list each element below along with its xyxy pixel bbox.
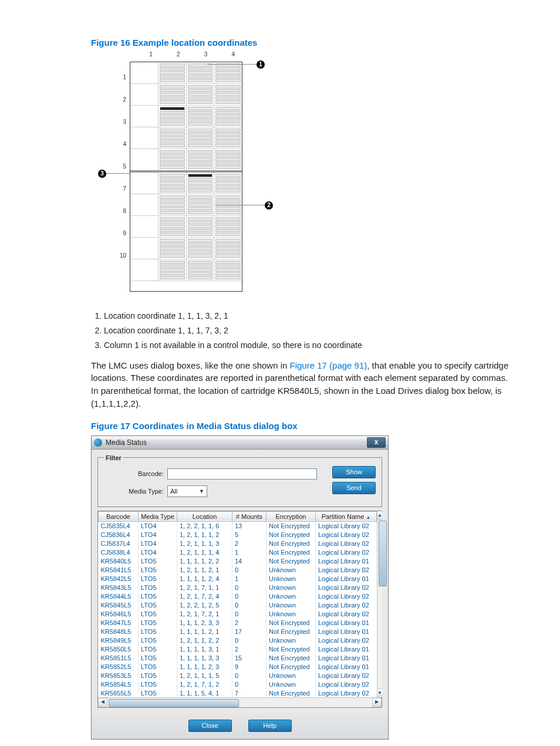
table-cell: 1, 2, 1, 7, 1, 2 — [177, 680, 232, 688]
col-mounts[interactable]: # Mounts — [232, 511, 266, 521]
col-barcode[interactable]: Barcode — [99, 511, 139, 521]
col-location[interactable]: Location — [177, 511, 232, 521]
table-cell: CJ5838L4 — [99, 548, 139, 556]
app-icon — [94, 438, 102, 447]
table-cell: 1, 1, 1, 1, 2, 1 — [177, 627, 232, 636]
table-cell: Logical Library 01 — [316, 662, 377, 671]
table-cell: LTO4 — [139, 548, 177, 556]
media-table: Barcode Media Type Location # Mounts Enc… — [97, 511, 382, 708]
table-cell: LTO4 — [139, 521, 177, 530]
table-row[interactable]: CJ5836L4LTO41, 2, 1, 1, 1, 25Not Encrypt… — [99, 530, 377, 539]
scroll-thumb[interactable] — [109, 699, 239, 707]
table-cell: Logical Library 01 — [316, 556, 377, 565]
close-icon[interactable]: x — [367, 437, 386, 448]
close-button[interactable]: Close — [188, 720, 232, 732]
send-button[interactable]: Send — [332, 482, 376, 494]
table-cell: 1, 2, 2, 1, 2, 5 — [177, 600, 232, 609]
table-cell: KR5855L5 — [99, 688, 139, 697]
dialog-title: Media Status — [106, 438, 147, 447]
barcode-label: Barcode: — [104, 470, 167, 477]
table-cell: 0 — [232, 583, 266, 592]
table-row[interactable]: KR5852L5LTO51, 1, 1, 1, 2, 39Not Encrypt… — [99, 662, 377, 671]
table-cell: CJ5835L4 — [99, 521, 139, 530]
scroll-down-icon[interactable]: ▼ — [377, 688, 382, 697]
table-cell: KR5846L5 — [99, 609, 139, 618]
mediatype-label: Media Type: — [104, 488, 167, 495]
table-cell: 7 — [232, 688, 266, 697]
table-cell: Logical Library 02 — [316, 530, 377, 539]
col-partition[interactable]: Partition Name ▲ — [316, 511, 377, 521]
table-cell: CJ5836L4 — [99, 530, 139, 539]
col-mediatype[interactable]: Media Type — [139, 511, 177, 521]
table-cell: LTO5 — [139, 592, 177, 600]
row-label: 7 — [118, 178, 126, 200]
table-row[interactable]: KR5845L5LTO51, 2, 2, 1, 2, 50UnknownLogi… — [99, 600, 377, 609]
filter-group: Filter Barcode: Media Type: All ▼ — [97, 454, 382, 507]
table-cell: 1, 1, 1, 1, 2, 2 — [177, 556, 232, 565]
table-row[interactable]: KR5840L5LTO51, 1, 1, 1, 2, 214Not Encryp… — [99, 556, 377, 565]
table-row[interactable]: KR5848L5LTO51, 1, 1, 1, 2, 117Not Encryp… — [99, 627, 377, 636]
scroll-right-icon[interactable]: ▶ — [372, 698, 382, 707]
table-cell: 1, 1, 1, 2, 3, 3 — [177, 618, 232, 627]
table-row[interactable]: KR5851L5LTO51, 1, 1, 1, 3, 315Not Encryp… — [99, 653, 377, 662]
body-text: The LMC uses dialog boxes, like the one … — [91, 360, 290, 370]
figure16-notes: Location coordinate 1, 1, 1, 3, 2, 1 Loc… — [91, 310, 513, 351]
barcode-input[interactable] — [167, 468, 317, 480]
table-cell: Logical Library 02 — [316, 609, 377, 618]
table-cell: Unknown — [266, 671, 316, 680]
scroll-left-icon[interactable]: ◀ — [98, 698, 107, 707]
figure16-caption: Figure 16 Example location coordinates — [91, 38, 513, 48]
table-cell: Logical Library 01 — [316, 644, 377, 653]
table-cell: 1, 2, 1, 1, 2, 1 — [177, 565, 232, 574]
table-row[interactable]: KR5853L5LTO51, 2, 1, 1, 1, 50UnknownLogi… — [99, 671, 377, 680]
table-row[interactable]: KR5843L5LTO51, 2, 1, 7, 1, 10UnknownLogi… — [99, 583, 377, 592]
table-cell: 1, 2, 2, 1, 1, 6 — [177, 521, 232, 530]
filter-legend: Filter — [104, 454, 123, 461]
table-row[interactable]: KR5842L5LTO51, 1, 1, 1, 2, 41UnknownLogi… — [99, 574, 377, 583]
row-label: 10 — [118, 245, 126, 267]
table-cell: 1, 2, 1, 7, 1, 1 — [177, 583, 232, 592]
callout-2: 2 — [265, 201, 273, 210]
row-label: 9 — [118, 222, 126, 245]
scroll-up-icon[interactable]: ▲ — [377, 511, 382, 520]
table-row[interactable]: KR5846L5LTO51, 2, 1, 7, 2, 10UnknownLogi… — [99, 609, 377, 618]
table-row[interactable]: KR5850L5LTO51, 1, 1, 1, 3, 12Not Encrypt… — [99, 644, 377, 653]
leader-line — [207, 64, 257, 65]
table-row[interactable]: KR5844L5LTO51, 2, 1, 7, 2, 40UnknownLogi… — [99, 592, 377, 600]
show-button[interactable]: Show — [332, 466, 376, 478]
table-cell: 1, 2, 1, 1, 1, 4 — [177, 548, 232, 556]
help-button[interactable]: Help — [248, 720, 292, 732]
table-row[interactable]: KR5854L5LTO51, 2, 1, 7, 1, 20UnknownLogi… — [99, 680, 377, 688]
table-cell: Logical Library 02 — [316, 565, 377, 574]
mediatype-select[interactable]: All ▼ — [167, 485, 207, 497]
table-row[interactable]: CJ5837L4LTO41, 2, 1, 1, 1, 32Not Encrypt… — [99, 539, 377, 548]
table-cell: Unknown — [266, 609, 316, 618]
vertical-scrollbar[interactable]: ▲ ▼ — [377, 511, 382, 698]
scroll-thumb[interactable] — [379, 521, 387, 586]
table-row[interactable]: CJ5838L4LTO41, 2, 1, 1, 1, 41Not Encrypt… — [99, 548, 377, 556]
col-encryption[interactable]: Encryption — [266, 511, 316, 521]
table-row[interactable]: KR5855L5LTO51, 1, 1, 5, 4, 17Not Encrypt… — [99, 688, 377, 697]
table-cell: KR5843L5 — [99, 583, 139, 592]
table-cell: 1 — [232, 574, 266, 583]
table-row[interactable]: CJ5835L4LTO41, 2, 2, 1, 1, 613Not Encryp… — [99, 521, 377, 530]
table-cell: Unknown — [266, 583, 316, 592]
column-labels: 1 2 3 4 — [138, 51, 246, 58]
table-cell: 1, 2, 1, 1, 1, 2 — [177, 530, 232, 539]
table-cell: LTO5 — [139, 653, 177, 662]
table-row[interactable]: KR5841L5LTO51, 2, 1, 1, 2, 10UnknownLogi… — [99, 565, 377, 574]
table-cell: KR5851L5 — [99, 653, 139, 662]
dialog-titlebar: Media Status x — [92, 436, 388, 450]
horizontal-scrollbar[interactable]: ◀ ▶ — [98, 697, 382, 707]
table-cell: LTO5 — [139, 644, 177, 653]
table-cell: LTO5 — [139, 565, 177, 574]
table-cell: Not Encrypted — [266, 653, 316, 662]
table-cell: 13 — [232, 521, 266, 530]
table-cell: Logical Library 02 — [316, 521, 377, 530]
table-row[interactable]: KR5847L5LTO51, 1, 1, 2, 3, 32Not Encrypt… — [99, 618, 377, 627]
figure17-link[interactable]: Figure 17 (page 91) — [290, 360, 367, 370]
note-item: Location coordinate 1, 1, 1, 3, 2, 1 — [104, 310, 513, 322]
table-row[interactable]: KR5849L5LTO51, 2, 1, 1, 2, 20UnknownLogi… — [99, 636, 377, 644]
table-cell: Not Encrypted — [266, 521, 316, 530]
table-cell: KR5852L5 — [99, 662, 139, 671]
